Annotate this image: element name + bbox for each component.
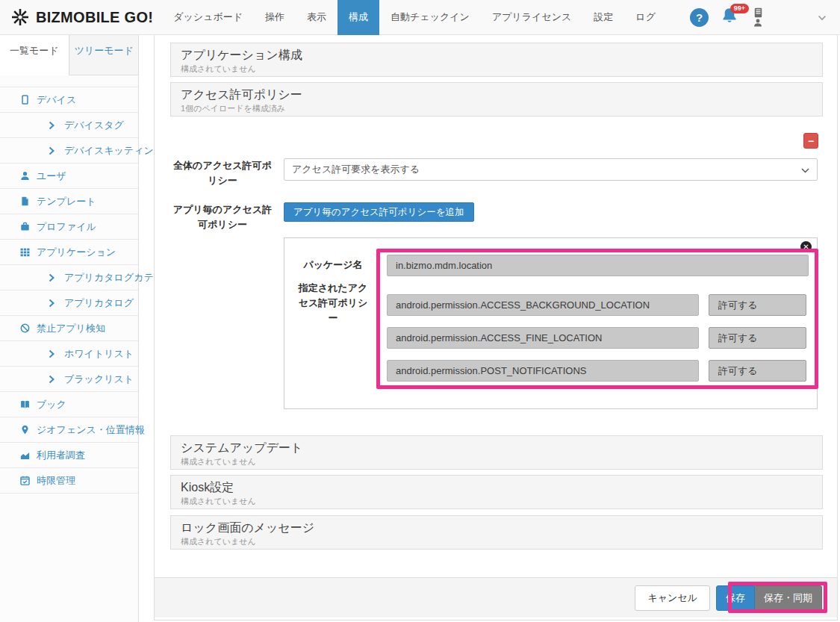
section-title: Kiosk設定 (181, 479, 812, 495)
sidebar-item-blacklist[interactable]: ブラックリスト (0, 367, 138, 392)
section-title: アクセス許可ポリシー (181, 87, 812, 102)
save-button[interactable]: 保存 (716, 585, 755, 611)
remove-payload-button[interactable]: − (803, 133, 818, 149)
selected-option: アクセス許可要求を表示する (292, 163, 420, 176)
user-icon (20, 171, 30, 181)
package-name-label: パッケージ名 (295, 258, 371, 273)
device-icon (20, 95, 30, 105)
notification-badge: 99+ (730, 4, 749, 13)
sidebar-item-profiles[interactable]: プロファイル (0, 214, 138, 240)
menu-auto-checkin[interactable]: 自動チェックイン (379, 0, 481, 35)
map-pin-icon (20, 425, 30, 435)
menu-dashboard[interactable]: ダッシュボード (162, 0, 254, 35)
app-logo-text: BIZMOBILE GO! (36, 9, 153, 26)
section-access-policy[interactable]: アクセス許可ポリシー 1個のペイロードを構成済み (170, 82, 823, 116)
close-icon[interactable]: ✕ (800, 241, 812, 252)
section-application-config[interactable]: アプリケーション構成 構成されていません (170, 43, 823, 77)
calendar-check-icon (20, 476, 30, 485)
per-app-policy-group: ✕ パッケージ名 in.bizmo.mdm.location 指定されたアクセス… (284, 237, 818, 409)
global-policy-label: 全体のアクセス許可ポリシー (170, 158, 275, 188)
chevron-down-icon (801, 164, 809, 175)
per-app-policy-label: アプリ毎のアクセス許可ポリシー (170, 202, 275, 232)
book-icon (20, 399, 30, 409)
sidebar-item-books[interactable]: ブック (0, 392, 138, 417)
sidebar-item-time-limit-management[interactable]: 時限管理 (0, 468, 138, 494)
template-file-icon (20, 196, 30, 206)
sidebar-nav-list: デバイス デバイスタグ デバイスキッティング ユーザ テンプレート (0, 87, 138, 494)
top-navbar: BIZMOBILE GO! ダッシュボード 操作 表示 構成 自動チェックイン … (0, 0, 840, 35)
cancel-button[interactable]: キャンセル (635, 585, 710, 611)
permission-action-field: 許可する (709, 360, 806, 382)
sidebar-item-app-catalog-category[interactable]: アプリカタログカテゴリ (0, 265, 138, 290)
chevron-right-icon (48, 120, 57, 130)
section-title: ロック画面のメッセージ (181, 520, 812, 535)
help-icon[interactable]: ? (690, 8, 709, 27)
tab-tree-mode[interactable]: ツリーモード (69, 35, 139, 75)
permission-name-field: android.permission.POST_NOTIFICATIONS (387, 360, 699, 382)
section-status: 1個のペイロードを構成済み (181, 102, 812, 114)
chevron-right-icon (48, 374, 57, 384)
menu-configuration[interactable]: 構成 (337, 0, 379, 35)
section-system-update[interactable]: システムアップデート 構成されていません (170, 435, 823, 470)
menu-operation[interactable]: 操作 (254, 0, 296, 35)
sidebar-item-device-tags[interactable]: デバイスタグ (0, 113, 138, 138)
section-status: 構成されていません (181, 455, 812, 467)
permission-name-field: android.permission.ACCESS_BACKGROUND_LOC… (387, 294, 699, 316)
main-content: アプリケーション構成 構成されていません アクセス許可ポリシー 1個のペイロード… (154, 35, 838, 621)
sidebar-item-app-catalog[interactable]: アプリカタログ (0, 290, 138, 316)
menu-app-license[interactable]: アプリライセンス (481, 0, 582, 35)
chevron-right-icon (48, 349, 57, 358)
sidebar-item-geofence-location[interactable]: ジオフェンス・位置情報 (0, 417, 138, 443)
section-title: アプリケーション構成 (181, 47, 812, 63)
account-menu-button[interactable] (753, 7, 762, 27)
chevron-right-icon (48, 298, 57, 308)
sidebar-item-devices[interactable]: デバイス (0, 87, 138, 113)
menu-settings[interactable]: 設定 (582, 0, 624, 35)
package-name-field: in.bizmo.mdm.location (387, 255, 809, 276)
permission-action-field: 許可する (709, 327, 806, 349)
menu-log[interactable]: ログ (624, 0, 667, 35)
device-status-icon (754, 7, 762, 18)
specified-permissions-label: 指定されたアクセス許可ポリシー (295, 281, 371, 326)
chart-icon (20, 450, 30, 460)
asterisk-logo-icon (10, 7, 30, 27)
menu-view[interactable]: 表示 (296, 0, 337, 35)
section-kiosk[interactable]: Kiosk設定 構成されていません (170, 475, 823, 509)
sidebar-mode-tabs: 一覧モード ツリーモード (0, 35, 138, 75)
section-status: 構成されていません (181, 535, 812, 547)
access-policy-form: − 全体のアクセス許可ポリシー アクセス許可要求を表示する アプリ毎のアクセス許… (170, 116, 823, 426)
section-status: 構成されていません (181, 63, 812, 75)
section-lock-screen-message[interactable]: ロック画面のメッセージ 構成されていません (170, 515, 823, 550)
sidebar-item-templates[interactable]: テンプレート (0, 189, 138, 214)
sidebar: 一覧モード ツリーモード デバイス デバイスタグ デバイスキッティング ユーザ (0, 35, 139, 622)
user-silhouette-icon (753, 19, 762, 27)
app-grid-icon (20, 247, 30, 257)
navbar-right: ? 99+ (690, 7, 831, 28)
form-footer: キャンセル 保存 保存・同期 (155, 577, 837, 618)
sidebar-item-prohibited-app-detection[interactable]: 禁止アプリ検知 (0, 316, 138, 341)
main-menu: ダッシュボード 操作 表示 構成 自動チェックイン アプリライセンス 設定 ログ (162, 0, 667, 35)
chevron-right-icon (48, 273, 57, 282)
app-logo[interactable]: BIZMOBILE GO! (10, 7, 153, 27)
tab-list-mode[interactable]: 一覧モード (0, 35, 69, 75)
permission-action-field: 許可する (709, 294, 806, 316)
sidebar-item-whitelist[interactable]: ホワイトリスト (0, 341, 138, 367)
global-policy-select[interactable]: アクセス許可要求を表示する (284, 158, 818, 181)
sidebar-item-user-survey[interactable]: 利用者調査 (0, 443, 138, 468)
sidebar-item-users[interactable]: ユーザ (0, 164, 138, 189)
section-status: 構成されていません (181, 495, 812, 507)
permission-name-field: android.permission.ACCESS_FINE_LOCATION (387, 327, 699, 349)
chevron-down-icon[interactable] (818, 10, 827, 24)
ban-icon (20, 323, 30, 333)
add-per-app-policy-button[interactable]: アプリ毎のアクセス許可ポリシーを追加 (284, 202, 474, 222)
save-and-sync-button[interactable]: 保存・同期 (755, 585, 822, 611)
sidebar-item-device-kitting[interactable]: デバイスキッティング (0, 138, 138, 164)
sidebar-item-applications[interactable]: アプリケーション (0, 240, 138, 265)
section-title: システムアップデート (181, 440, 812, 455)
chevron-right-icon (48, 146, 57, 155)
notifications-button[interactable]: 99+ (721, 7, 741, 28)
profile-badge-icon (20, 222, 30, 231)
